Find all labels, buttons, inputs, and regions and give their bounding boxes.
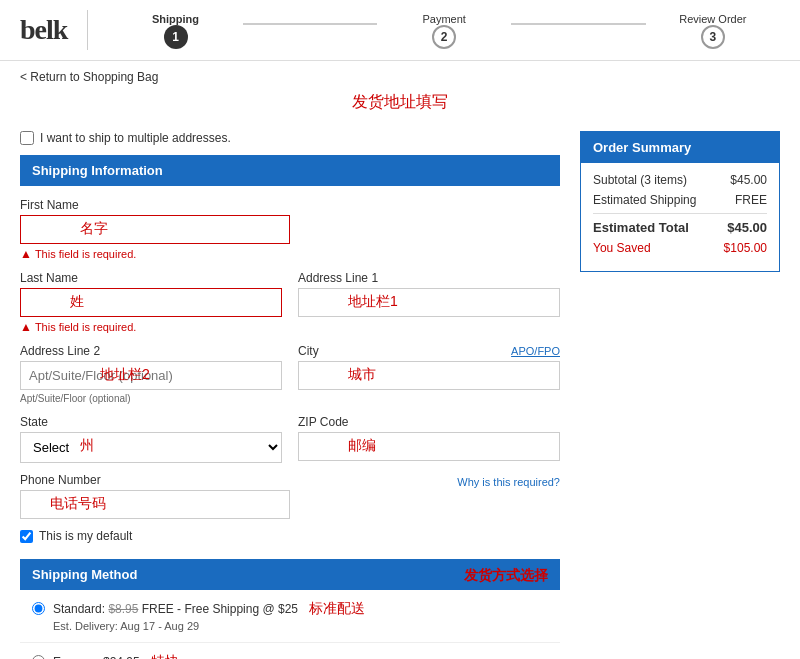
city-col: City APO/FPO 城市 [298, 344, 560, 405]
default-checkbox[interactable] [20, 530, 33, 543]
express-radio[interactable] [32, 655, 45, 659]
shipping-option-standard: Standard: $8.95 FREE - Free Shipping @ $… [20, 590, 560, 643]
step-review: Review Order 3 [646, 11, 780, 49]
multiple-address-row: I want to ship to multiple addresses. [20, 131, 560, 145]
page-title-cn: 发货地址填写 [0, 92, 800, 113]
error-icon-last-name: ▲ [20, 320, 32, 334]
standard-label-prefix: Standard: [53, 602, 108, 616]
shipping-row: Estimated Shipping FREE [593, 193, 767, 207]
step-review-circle: 3 [701, 25, 725, 49]
shipping-info-header: Shipping Information [20, 155, 560, 186]
city-input[interactable] [298, 361, 560, 390]
saved-label: You Saved [593, 241, 651, 255]
step-line-2 [511, 23, 645, 25]
state-col: State Select 州 [20, 415, 282, 463]
total-row: Estimated Total $45.00 [593, 213, 767, 235]
city-label: City [298, 344, 319, 358]
subtotal-label: Subtotal (3 items) [593, 173, 687, 187]
first-name-error-text: This field is required. [35, 248, 137, 260]
express-cn: 特快 [151, 653, 179, 659]
default-row: This is my default [20, 529, 560, 543]
address2-input[interactable] [20, 361, 282, 390]
zip-label: ZIP Code [298, 415, 560, 429]
address1-label: Address Line 1 [298, 271, 560, 285]
last-name-error: ▲ This field is required. [20, 320, 282, 334]
state-zip-row: State Select 州 ZIP Code 邮编 [20, 415, 560, 463]
subtotal-value: $45.00 [730, 173, 767, 187]
standard-label-strikethrough: $8.95 [108, 602, 138, 616]
phone-group: Phone Number Why is this required? 电话号码 [20, 473, 560, 519]
shipping-value: FREE [735, 193, 767, 207]
state-select[interactable]: Select [20, 432, 282, 463]
default-label: This is my default [39, 529, 132, 543]
step-payment: Payment 2 [377, 11, 511, 49]
shipping-method-cn: 发货方式选择 [464, 567, 548, 585]
shipping-method-section: Shipping Method 发货方式选择 Standard: $8.95 F… [20, 559, 560, 659]
shipping-label: Estimated Shipping [593, 193, 696, 207]
step-payment-label: Payment [422, 13, 465, 25]
nav: Return to Shopping Bag [0, 61, 800, 92]
saved-row: You Saved $105.00 [593, 241, 767, 255]
address2-col: Address Line 2 地址栏2 Apt/Suite/Floor (opt… [20, 344, 282, 405]
last-name-col: Last Name 姓 ▲ This field is required. [20, 271, 282, 334]
saved-value: $105.00 [724, 241, 767, 255]
standard-label: Standard: $8.95 FREE - Free Shipping @ $… [53, 602, 365, 616]
multiple-address-label: I want to ship to multiple addresses. [40, 131, 231, 145]
last-name-label: Last Name [20, 271, 282, 285]
phone-label: Phone Number [20, 473, 101, 487]
order-summary-body: Subtotal (3 items) $45.00 Estimated Ship… [581, 163, 779, 271]
address2-placeholder-text: Apt/Suite/Floor (optional) [20, 393, 131, 404]
shipping-method-header-text: Shipping Method [32, 567, 137, 582]
multiple-address-checkbox[interactable] [20, 131, 34, 145]
order-summary-header: Order Summary [581, 132, 779, 163]
standard-cn: 标准配送 [309, 600, 365, 616]
shipping-method-header: Shipping Method 发货方式选择 [20, 559, 560, 590]
logo: belk [20, 14, 67, 46]
address1-input[interactable] [298, 288, 560, 317]
address2-label: Address Line 2 [20, 344, 282, 358]
main-content: I want to ship to multiple addresses. Sh… [0, 121, 800, 659]
phone-label-row: Phone Number Why is this required? [20, 473, 560, 490]
zip-input[interactable] [298, 432, 560, 461]
header-divider [87, 10, 88, 50]
step-payment-circle: 2 [432, 25, 456, 49]
error-icon-first-name: ▲ [20, 247, 32, 261]
first-name-error: ▲ This field is required. [20, 247, 560, 261]
step-line-1 [243, 23, 377, 25]
subtotal-row: Subtotal (3 items) $45.00 [593, 173, 767, 187]
first-name-input[interactable] [20, 215, 290, 244]
checkout-steps: Shipping 1 Payment 2 Review Order 3 [108, 11, 780, 49]
standard-radio[interactable] [32, 602, 45, 615]
step-shipping-circle: 1 [164, 25, 188, 49]
shipping-option-express: Express: $24.95 特快 Est. Delivery: Aug 18 [20, 643, 560, 659]
standard-label-suffix: FREE - Free Shipping @ $25 [138, 602, 298, 616]
address1-col: Address Line 1 地址栏1 [298, 271, 560, 334]
express-option-details: Express: $24.95 特快 Est. Delivery: Aug 18 [53, 653, 179, 659]
header: belk Shipping 1 Payment 2 Review Order 3 [0, 0, 800, 61]
apo-link[interactable]: APO/FPO [511, 345, 560, 357]
step-shipping-label: Shipping [152, 13, 199, 25]
standard-delivery: Est. Delivery: Aug 17 - Aug 29 [53, 620, 365, 632]
express-label: Express: $24.95 特快 [53, 655, 179, 659]
first-name-label: First Name [20, 198, 560, 212]
phone-input[interactable] [20, 490, 290, 519]
back-link[interactable]: Return to Shopping Bag [20, 70, 158, 84]
last-name-error-text: This field is required. [35, 321, 137, 333]
order-summary: Order Summary Subtotal (3 items) $45.00 … [580, 131, 780, 272]
first-name-group: First Name 名字 ▲ This field is required. [20, 198, 560, 261]
total-value: $45.00 [727, 220, 767, 235]
address2-city-row: Address Line 2 地址栏2 Apt/Suite/Floor (opt… [20, 344, 560, 405]
left-column: I want to ship to multiple addresses. Sh… [20, 131, 560, 659]
last-name-address1-row: Last Name 姓 ▲ This field is required. Ad… [20, 271, 560, 334]
step-shipping: Shipping 1 [108, 11, 242, 49]
step-review-label: Review Order [679, 13, 746, 25]
right-column: Order Summary Subtotal (3 items) $45.00 … [580, 131, 780, 659]
express-label-text: Express: $24.95 [53, 655, 140, 659]
why-required-link[interactable]: Why is this required? [457, 476, 560, 488]
standard-option-details: Standard: $8.95 FREE - Free Shipping @ $… [53, 600, 365, 632]
zip-col: ZIP Code 邮编 [298, 415, 560, 463]
state-label: State [20, 415, 282, 429]
total-label: Estimated Total [593, 220, 689, 235]
last-name-input[interactable] [20, 288, 282, 317]
